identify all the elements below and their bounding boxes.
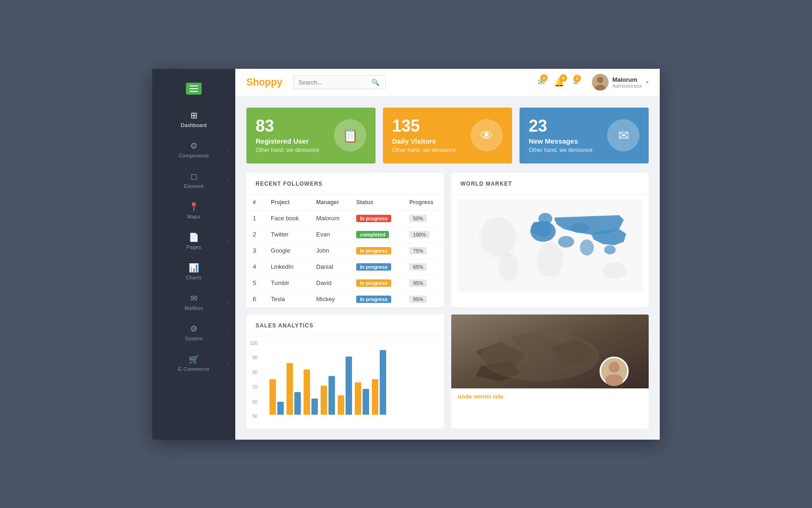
svg-point-13 <box>537 243 563 278</box>
news-title: unde omnis iste <box>451 388 649 405</box>
cell-status: In progress <box>350 242 403 259</box>
bar-blue <box>346 357 352 415</box>
bar-blue <box>277 402 284 415</box>
avatar <box>592 74 609 91</box>
menu-toggle[interactable] <box>152 78 235 104</box>
recent-followers-title: RECENT FOLLOWERS <box>256 181 322 187</box>
chevron-right-icon: › <box>227 147 229 152</box>
sidebar-item-mailbox[interactable]: ✉ Mailbox › <box>152 287 235 317</box>
document-icon: 📋 <box>342 128 358 143</box>
sidebar-item-maps[interactable]: 📍 Maps <box>152 195 235 226</box>
y-label-50: 50 <box>246 414 257 419</box>
table-head: # Project Manager Status Progress <box>246 194 444 211</box>
header: Shoppy 🔍 ✉ 4 🔔 3 ≡ 2 <box>235 69 660 97</box>
stat-info-registered: 83 Registered User Other hand, we denoun… <box>256 118 319 153</box>
cell-project: LinkedIn <box>264 259 310 275</box>
world-market-title: WORLD MARKET <box>460 181 512 187</box>
bar-blue <box>294 392 301 415</box>
cell-progress: 65% <box>403 259 444 275</box>
table-row: 6 Tesla Mickey In progress 95% <box>246 291 444 307</box>
mailbox-icon: ✉ <box>191 293 197 303</box>
bar-blue <box>311 399 318 415</box>
svg-point-25 <box>481 332 599 381</box>
hamburger-icon[interactable] <box>186 83 202 95</box>
svg-point-17 <box>499 253 518 281</box>
stat-card-registered: 83 Registered User Other hand, we denoun… <box>246 108 376 163</box>
bar-blue <box>328 376 335 415</box>
sidebar-item-charts[interactable]: 📊 Charts <box>152 256 235 287</box>
cell-manager: Malorum <box>310 210 350 226</box>
cell-manager: John <box>310 242 350 259</box>
notifications-icon-wrap[interactable]: 🔔 3 <box>554 77 564 87</box>
messages-icon-wrap[interactable]: ✉ 4 <box>538 77 545 87</box>
search-input[interactable] <box>294 76 368 89</box>
news-image <box>451 314 649 388</box>
sidebar-item-components[interactable]: ⚙ Components › <box>152 134 235 165</box>
cell-num: 5 <box>246 275 264 291</box>
table-row: 3 Google John In progress 75% <box>246 242 444 259</box>
bar-orange <box>372 379 378 415</box>
sidebar-item-element[interactable]: ◻ Element › <box>152 165 235 195</box>
cell-manager: Evan <box>310 226 350 242</box>
world-map-svg <box>456 199 644 291</box>
cell-project: Tumblr <box>264 275 310 291</box>
svg-point-10 <box>580 239 594 255</box>
cell-progress: 95% <box>403 291 444 307</box>
system-icon: ⚙ <box>190 324 197 334</box>
table-row: 5 Tumblr David In progress 95% <box>246 275 444 291</box>
col-project: Project <box>264 194 310 211</box>
sales-analytics-title: SALES ANALYTICS <box>256 322 313 329</box>
cell-status: In progress <box>350 259 403 275</box>
user-info: Malorum Administrator <box>612 76 642 89</box>
cell-manager: Mickey <box>310 291 350 307</box>
bar-chart <box>269 341 435 415</box>
charts-icon: 📊 <box>189 263 199 273</box>
chevron-right-icon: › <box>227 299 229 304</box>
bar-group <box>338 357 352 415</box>
middle-row: RECENT FOLLOWERS # Project Manager Statu… <box>246 173 649 307</box>
cell-project: Google <box>264 242 310 259</box>
search-box[interactable]: 🔍 <box>293 75 386 89</box>
sidebar-item-ecommerce[interactable]: 🛒 E-Commerce › <box>152 348 235 378</box>
chart-y-labels: 100 90 80 70 60 50 <box>246 341 260 419</box>
stat-desc-messages: Other hand, we denounce <box>529 147 592 153</box>
user-role: Administrator <box>612 83 642 89</box>
news-panel: unde omnis iste <box>451 314 649 429</box>
sidebar-item-pages[interactable]: 📄 Pages › <box>152 226 235 256</box>
table-body: 1 Face book Malorum In progress 50% 2 Tw… <box>246 210 444 307</box>
col-manager: Manager <box>310 194 350 211</box>
cell-num: 2 <box>246 226 264 242</box>
y-label-70: 70 <box>246 385 257 390</box>
cell-project: Face book <box>264 210 310 226</box>
user-area[interactable]: Malorum Administrator ▾ <box>592 74 649 91</box>
search-button[interactable]: 🔍 <box>368 76 383 89</box>
bar-orange <box>338 395 344 415</box>
svg-point-1 <box>597 77 603 83</box>
table-header-row: # Project Manager Status Progress <box>246 194 444 211</box>
notifications-badge: 3 <box>560 74 567 82</box>
chart-area: 100 90 80 70 60 50 <box>246 336 444 429</box>
cell-num: 1 <box>246 210 264 226</box>
components-icon: ⚙ <box>190 141 197 151</box>
recent-followers-header: RECENT FOLLOWERS <box>246 173 444 194</box>
cell-num: 4 <box>246 259 264 275</box>
svg-point-18 <box>603 262 626 278</box>
cell-progress: 100% <box>403 226 444 242</box>
stat-info-messages: 23 New Messages Other hand, we denounce <box>529 118 592 153</box>
world-market-header: WORLD MARKET <box>451 173 649 194</box>
tasks-icon-wrap[interactable]: ≡ 2 <box>573 78 579 87</box>
sidebar-item-dashboard[interactable]: ⊞ Dashboard <box>152 104 235 134</box>
messages-badge: 4 <box>540 74 548 82</box>
stat-info-visitors: 135 Daily Visitors Other hand, we denoun… <box>392 118 456 153</box>
world-market-panel: WORLD MARKET <box>451 173 649 307</box>
cell-progress: 95% <box>403 275 444 291</box>
cell-status: In progress <box>350 291 403 307</box>
bar-orange <box>321 386 327 415</box>
main-area: Shoppy 🔍 ✉ 4 🔔 3 ≡ 2 <box>235 69 660 440</box>
stat-number-visitors: 135 <box>392 118 456 134</box>
sidebar-item-system[interactable]: ⚙ System › <box>152 317 235 348</box>
ecommerce-icon: 🛒 <box>189 354 199 364</box>
stat-cards: 83 Registered User Other hand, we denoun… <box>246 108 649 163</box>
dashboard-icon: ⊞ <box>191 110 197 121</box>
stat-label-messages: New Messages <box>529 137 592 145</box>
